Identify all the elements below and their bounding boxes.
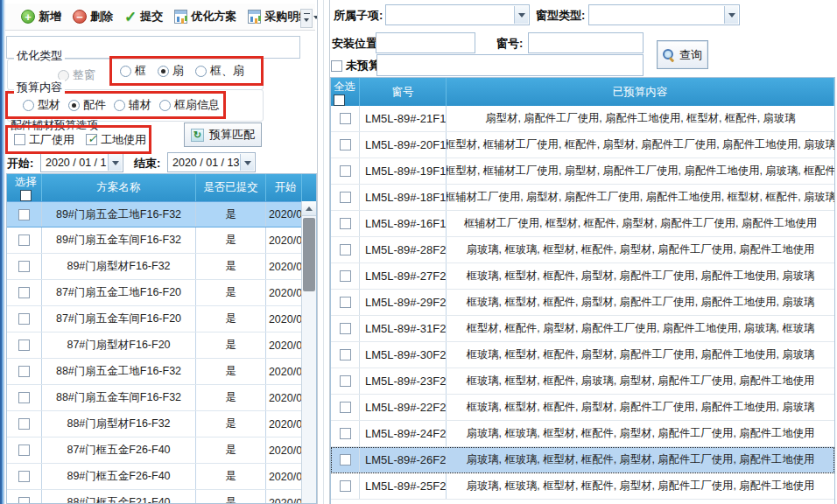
window-row[interactable]: LM5L-89#-22F20 框玻璃, 框型材, 框配件, 扇型材, 扇配件工厂…: [331, 395, 834, 421]
plan-row[interactable]: 88#门扇型材F16-F32 是 2020/0: [7, 411, 316, 438]
plan-name-cell: 88#门扇五金车间F16-F32: [42, 385, 196, 410]
row-checkbox[interactable]: [18, 497, 30, 504]
row-checkbox[interactable]: [18, 287, 30, 298]
window-row-select-cell: [331, 368, 360, 394]
row-checkbox[interactable]: [340, 270, 351, 282]
unbudgeted-input[interactable]: [376, 54, 644, 76]
row-checkbox[interactable]: [340, 192, 351, 203]
radio-option[interactable]: 框: [120, 63, 146, 79]
plan-row[interactable]: 89#门扇型材F16-F32 是 2020/0: [7, 254, 316, 280]
panel-splitter[interactable]: [317, 0, 330, 504]
checkbox-option[interactable]: 工厂使用: [14, 132, 74, 148]
window-row[interactable]: LM5L-89#-25F23 扇玻璃, 框玻璃, 框型材, 框配件, 扇型材, …: [331, 473, 834, 500]
radio-option[interactable]: 辅材: [114, 97, 151, 113]
window-row[interactable]: LM5L-89#-28F26 扇玻璃, 框玻璃, 框型材, 框配件, 扇型材, …: [331, 237, 834, 263]
window-row[interactable]: LM5L-89#-26F24 扇玻璃, 框玻璃, 框型材, 框配件, 扇型材, …: [331, 447, 834, 473]
plan-row[interactable]: 87#门扇五金车间F16-F20 是 2020/0: [7, 306, 316, 332]
plan-row[interactable]: 88#门框五金F21-F40 是 2020/0: [7, 490, 316, 504]
row-checkbox[interactable]: [18, 340, 30, 351]
plan-row[interactable]: 89#门扇五金工地F16-F32 是 2020/0: [7, 201, 316, 228]
window-row[interactable]: LM5L-89#-16F15 框辅材工厂使用, 框型材, 框配件, 扇型材, 扇…: [331, 211, 834, 237]
toolbar-overflow-button[interactable]: [300, 9, 313, 28]
window-row[interactable]: LM5L-89#-20F18 框型材, 框辅材工厂使用, 框配件, 扇型材, 扇…: [331, 132, 834, 158]
submit-button[interactable]: ✓ 提交: [120, 5, 167, 29]
start-date-dropdown-button[interactable]: [108, 154, 122, 171]
window-row[interactable]: LM5L-89#-23F21 框玻璃, 框型材, 框配件, 扇玻璃, 扇型材, …: [331, 368, 834, 395]
row-checkbox[interactable]: [340, 244, 351, 256]
add-button[interactable]: + 新增: [17, 6, 66, 27]
row-checkbox[interactable]: [340, 428, 351, 439]
sub-item-dropdown-button[interactable]: [514, 6, 528, 24]
plan-row[interactable]: 89#门扇五金车间F16-F32 是 2020/0: [7, 228, 316, 254]
window-no-column-header[interactable]: 窗号: [360, 78, 447, 106]
submitted-column-header[interactable]: 是否已提交: [196, 174, 266, 201]
select-all-checkbox[interactable]: [334, 94, 345, 106]
row-checkbox[interactable]: [340, 323, 351, 334]
row-checkbox[interactable]: [18, 392, 30, 403]
row-checkbox[interactable]: [18, 444, 30, 456]
sub-item-dropdown[interactable]: [385, 4, 530, 25]
row-checkbox[interactable]: [340, 375, 351, 387]
radio-option[interactable]: 配件: [68, 97, 106, 113]
row-checkbox[interactable]: [340, 218, 351, 229]
budgeted-content-column-header[interactable]: 已预算内容: [447, 78, 834, 106]
query-button[interactable]: 查询: [657, 40, 708, 69]
plan-row[interactable]: 88#门扇五金工地F16-F32 是 2020/0: [7, 359, 316, 385]
row-checkbox[interactable]: [340, 297, 351, 308]
row-checkbox[interactable]: [340, 480, 351, 492]
row-checkbox[interactable]: [18, 418, 30, 430]
end-date-picker[interactable]: 2020 / 01 / 13: [167, 152, 256, 172]
radio-option[interactable]: 框扇信息: [159, 97, 220, 113]
plan-row[interactable]: 89#门框五金F26-F40 是 2020/0: [7, 464, 316, 490]
chevron-down-icon: [244, 161, 251, 169]
plan-table-scrollbar[interactable]: [301, 201, 316, 503]
window-row[interactable]: LM5L-89#-30F28 框玻璃, 框型材, 框配件, 扇型材, 扇配件工厂…: [331, 342, 834, 368]
scroll-up-button[interactable]: [302, 201, 316, 216]
start-column-header[interactable]: 开始: [266, 174, 302, 201]
window-type-dropdown[interactable]: [588, 4, 740, 25]
checkbox-option[interactable]: 工地使用: [86, 132, 146, 148]
window-type-dropdown-button[interactable]: [724, 6, 738, 24]
radio-option[interactable]: 扇: [158, 63, 184, 79]
select-all-checkbox[interactable]: [20, 190, 32, 201]
optimize-plan-button[interactable]: 优化方案: [170, 6, 241, 27]
row-checkbox[interactable]: [18, 471, 30, 482]
checkbox-label: 工厂使用: [29, 132, 74, 148]
row-checkbox[interactable]: [340, 139, 351, 150]
row-checkbox[interactable]: [18, 261, 30, 272]
end-date-dropdown-button[interactable]: [240, 154, 254, 171]
row-checkbox[interactable]: [340, 113, 351, 124]
radio-option[interactable]: 框、扇: [195, 63, 244, 79]
window-row[interactable]: LM5L-89#-31F29 框型材, 框配件, 扇型材, 扇配件工厂使用, 扇…: [331, 316, 834, 342]
row-checkbox[interactable]: [18, 234, 30, 246]
start-date-picker[interactable]: 2020 / 01 / 1: [40, 152, 123, 172]
scrollbar-thumb[interactable]: [303, 218, 315, 291]
submitted-cell: 是: [196, 359, 266, 384]
delete-button[interactable]: − 删除: [68, 6, 117, 27]
row-checkbox[interactable]: [340, 454, 351, 466]
install-position-input[interactable]: [376, 32, 475, 53]
window-row[interactable]: LM5L-89#-21F19 扇型材, 扇配件工厂使用, 扇配件工地使用, 框型…: [331, 106, 834, 132]
window-no-input[interactable]: [528, 32, 644, 53]
radio-option[interactable]: 型材: [23, 97, 60, 113]
plan-row[interactable]: 87#门扇型材F16-F20 是 2020/0: [7, 332, 316, 359]
row-checkbox[interactable]: [340, 165, 351, 177]
budget-content-group-label: 预算内容: [14, 80, 65, 95]
plan-row[interactable]: 87#门框五金F26-F40 是 2020/0: [7, 438, 316, 464]
window-row[interactable]: LM5L-89#-27F25 框玻璃, 框型材, 框配件, 扇型材, 扇配件工厂…: [331, 263, 834, 290]
plan-row[interactable]: 88#门扇五金车间F16-F32 是 2020/0: [7, 385, 316, 411]
window-row[interactable]: LM5L-89#-18F16 框辅材工厂使用, 扇型材, 扇配件工厂使用, 扇配…: [331, 185, 834, 211]
window-row[interactable]: LM5L-89#-19F17 框型材, 框辅材工厂使用, 扇型材, 扇配件工厂使…: [331, 158, 834, 185]
row-checkbox[interactable]: [18, 209, 30, 220]
row-checkbox[interactable]: [340, 402, 351, 413]
radio-icon: [159, 100, 171, 111]
window-row[interactable]: LM5L-89#-24F22 扇玻璃, 框玻璃, 框型材, 框配件, 扇型材, …: [331, 421, 834, 447]
row-checkbox[interactable]: [18, 366, 30, 377]
radio-icon: [195, 66, 207, 77]
window-row[interactable]: LM5L-89#-29F27 框玻璃, 框型材, 框配件, 扇型材, 扇配件工厂…: [331, 290, 834, 316]
plan-name-column-header[interactable]: 方案名称: [42, 174, 196, 201]
row-checkbox[interactable]: [340, 349, 351, 360]
row-checkbox[interactable]: [18, 313, 30, 325]
plan-row[interactable]: 87#门扇五金工地F16-F20 是 2020/0: [7, 280, 316, 306]
budget-match-button[interactable]: ↻ 预算匹配: [184, 122, 262, 147]
